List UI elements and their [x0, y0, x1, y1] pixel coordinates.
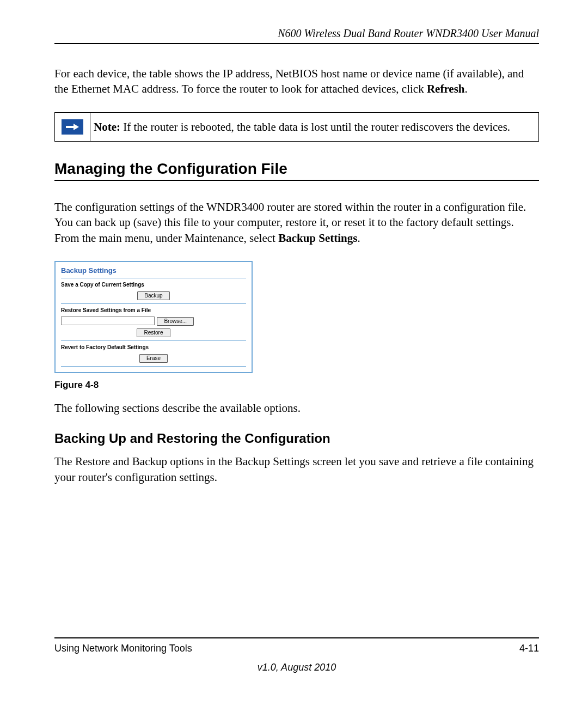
- restore-button[interactable]: Restore: [137, 328, 170, 337]
- note-label: Note:: [94, 120, 120, 133]
- section-bold: Backup Settings: [278, 232, 357, 245]
- header-rule: [54, 43, 539, 44]
- note-box: Note: If the router is rebooted, the tab…: [54, 112, 539, 142]
- subsection-heading: Backing Up and Restoring the Configurati…: [54, 431, 539, 446]
- revert-label: Revert to Factory Default Settings: [61, 344, 246, 350]
- panel-divider: [61, 278, 246, 278]
- intro-post: .: [465, 82, 468, 95]
- section-paragraph: The configuration settings of the WNDR34…: [54, 199, 539, 246]
- note-text: Note: If the router is rebooted, the tab…: [90, 113, 518, 141]
- erase-button[interactable]: Erase: [139, 354, 168, 363]
- arrow-right-icon: [62, 119, 83, 135]
- intro-bold: Refresh: [427, 82, 465, 95]
- arrow-svg: [65, 122, 80, 132]
- panel-title: Backup Settings: [61, 266, 246, 275]
- browse-button[interactable]: Browse...: [157, 317, 194, 326]
- section-post: .: [357, 232, 360, 245]
- page-footer: Using Network Monitoring Tools 4-11 v1.0…: [54, 637, 539, 673]
- page-number: 4-11: [519, 643, 539, 654]
- after-figure-paragraph: The following sections describe the avai…: [54, 400, 539, 416]
- intro-paragraph: For each device, the table shows the IP …: [54, 66, 539, 97]
- section-rule: [54, 180, 539, 181]
- footer-version: v1.0, August 2010: [54, 662, 539, 673]
- backup-settings-screenshot: Backup Settings Save a Copy of Current S…: [54, 261, 253, 373]
- section-heading: Managing the Configuration File: [54, 160, 539, 178]
- backup-button[interactable]: Backup: [137, 291, 169, 300]
- manual-page: N600 Wireless Dual Band Router WNDR3400 …: [0, 0, 588, 706]
- note-body: If the router is rebooted, the table dat…: [120, 120, 510, 133]
- running-header: N600 Wireless Dual Band Router WNDR3400 …: [54, 27, 539, 40]
- footer-left: Using Network Monitoring Tools: [54, 643, 192, 654]
- panel-divider: [61, 366, 246, 367]
- footer-rule: [54, 637, 539, 638]
- subsection-paragraph: The Restore and Backup options in the Ba…: [54, 454, 539, 485]
- note-icon-cell: [55, 113, 90, 141]
- figure-caption: Figure 4-8: [54, 380, 539, 391]
- restore-file-label: Restore Saved Settings from a File: [61, 307, 246, 313]
- panel-divider: [61, 340, 246, 341]
- panel-divider: [61, 303, 246, 304]
- save-copy-label: Save a Copy of Current Settings: [61, 282, 246, 288]
- file-path-input[interactable]: [61, 317, 155, 325]
